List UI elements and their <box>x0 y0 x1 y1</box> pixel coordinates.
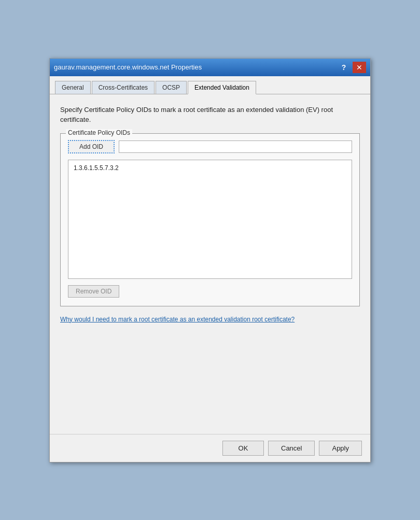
tab-extended-validation[interactable]: Extended Validation <box>188 81 256 94</box>
oid-list-item: 1.3.6.1.5.5.7.3.2 <box>72 163 348 173</box>
remove-oid-button[interactable]: Remove OID <box>68 285 119 298</box>
oid-list[interactable]: 1.3.6.1.5.5.7.3.2 <box>68 160 352 279</box>
title-bar-buttons: ? ✕ <box>337 62 366 73</box>
window-title: gaurav.management.core.windows.net Prope… <box>54 63 202 71</box>
title-bar-left: gaurav.management.core.windows.net Prope… <box>54 63 202 71</box>
tab-general[interactable]: General <box>55 81 91 94</box>
footer: OK Cancel Apply <box>50 434 370 462</box>
content-area: Specify Certificate Policy OIDs to mark … <box>50 94 370 434</box>
certificate-policy-oids-group: Certificate Policy OIDs Add OID 1.3.6.1.… <box>60 133 360 306</box>
add-oid-row: Add OID <box>68 140 352 153</box>
cancel-button[interactable]: Cancel <box>268 441 315 456</box>
help-link[interactable]: Why would I need to mark a root certific… <box>60 315 360 324</box>
close-button[interactable]: ✕ <box>353 62 366 73</box>
description-text: Specify Certificate Policy OIDs to mark … <box>60 105 360 125</box>
oid-text-input[interactable] <box>119 140 352 153</box>
apply-button[interactable]: Apply <box>319 441 362 456</box>
ok-button[interactable]: OK <box>222 441 264 456</box>
properties-dialog: gaurav.management.core.windows.net Prope… <box>49 58 371 462</box>
tabs-bar: General Cross-Certificates OCSP Extended… <box>50 76 370 94</box>
tab-ocsp[interactable]: OCSP <box>156 81 187 94</box>
add-oid-button[interactable]: Add OID <box>68 140 115 153</box>
title-bar: gaurav.management.core.windows.net Prope… <box>50 59 370 76</box>
tab-cross-certificates[interactable]: Cross-Certificates <box>92 81 155 94</box>
help-button[interactable]: ? <box>337 62 351 73</box>
group-box-label: Certificate Policy OIDs <box>66 129 132 136</box>
